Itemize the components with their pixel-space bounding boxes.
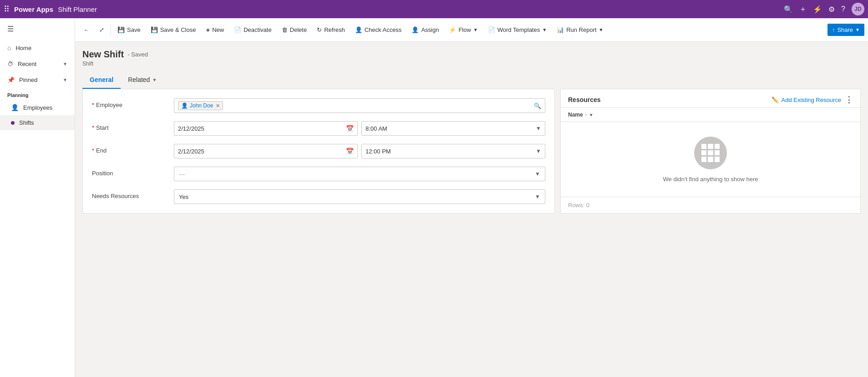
- filter-icon[interactable]: ⚡: [813, 5, 822, 14]
- end-datetime-row: 2/12/2025 📅 12:00 PM ▼: [174, 144, 545, 158]
- word-templates-icon: 📄: [488, 26, 495, 33]
- resources-card: Resources ✏️ Add Existing Resource ⋮ Nam…: [560, 89, 861, 214]
- end-time-input[interactable]: 12:00 PM ▼: [361, 144, 545, 158]
- end-date-input[interactable]: 2/12/2025 📅: [174, 144, 358, 158]
- end-time-chevron-icon[interactable]: ▼: [536, 148, 541, 154]
- settings-icon[interactable]: ⚙: [828, 5, 835, 14]
- flow-label: Flow: [458, 26, 471, 33]
- end-row: * End 2/12/2025 📅 12:00 PM: [92, 144, 545, 158]
- save-icon: 💾: [117, 26, 125, 33]
- deactivate-button[interactable]: 📄 Deactivate: [229, 24, 276, 36]
- sort-desc-icon[interactable]: ▼: [589, 112, 594, 117]
- share-button[interactable]: ↑ Share ▼: [827, 24, 864, 36]
- resources-actions: ✏️ Add Existing Resource ⋮: [772, 96, 853, 104]
- record-title-text: New Shift: [82, 49, 124, 60]
- sidebar-item-shifts[interactable]: Shifts: [0, 115, 75, 130]
- check-access-button[interactable]: 👤 Check Access: [350, 24, 406, 36]
- start-calendar-icon[interactable]: 📅: [346, 125, 354, 132]
- waffle-icon[interactable]: ⠿: [4, 4, 10, 14]
- delete-button[interactable]: 🗑 Delete: [277, 24, 312, 36]
- flow-button[interactable]: ⚡ Flow ▼: [444, 24, 482, 36]
- employee-input[interactable]: 👤 John Doe ✕ 🔍: [174, 98, 545, 113]
- main-layout: ☰ ⌂ Home ⏱ Recent ▼ 📌 Pinned ▼ Planning …: [0, 18, 868, 377]
- resources-table-header: Name ↑ ▼: [561, 108, 860, 122]
- toolbar: ← ⤢ 💾 Save 💾 Save & Close + New 📄 Deacti…: [75, 18, 868, 42]
- flow-icon: ⚡: [449, 26, 456, 33]
- end-calendar-icon[interactable]: 📅: [346, 148, 354, 155]
- start-time-input[interactable]: 8:00 AM ▼: [361, 121, 545, 136]
- pinned-icon: 📌: [7, 76, 15, 83]
- new-button[interactable]: + New: [201, 23, 228, 36]
- sidebar-item-recent[interactable]: ⏱ Recent ▼: [0, 56, 75, 72]
- share-chevron-icon: ▼: [855, 27, 860, 32]
- shifts-dot-icon: [11, 121, 15, 125]
- save-button[interactable]: 💾 Save: [113, 24, 145, 36]
- back-icon: ←: [83, 26, 89, 33]
- word-templates-chevron-icon: ▼: [542, 27, 547, 32]
- needs-resources-dropdown[interactable]: Yes ▼: [174, 189, 545, 204]
- word-templates-label: Word Templates: [497, 26, 540, 33]
- grid-cell-4: [701, 150, 706, 155]
- assign-button[interactable]: 👤 Assign: [407, 24, 443, 36]
- tab-related[interactable]: Related ▼: [121, 71, 164, 89]
- record-saved-status: - Saved: [127, 51, 148, 58]
- needs-resources-row: Needs Resources Yes ▼: [92, 189, 545, 204]
- add-icon[interactable]: ＋: [799, 5, 807, 14]
- needs-resources-field: Yes ▼: [174, 189, 545, 204]
- position-dropdown[interactable]: --- ▼: [174, 167, 545, 181]
- help-icon[interactable]: ?: [841, 5, 845, 13]
- home-icon: ⌂: [7, 44, 11, 51]
- expand-button[interactable]: ⤢: [95, 24, 109, 36]
- start-field: 2/12/2025 📅 8:00 AM ▼: [174, 121, 545, 136]
- save-close-button[interactable]: 💾 Save & Close: [146, 24, 201, 36]
- empty-message: We didn't find anything to show here: [663, 176, 758, 183]
- position-value: ---: [179, 171, 185, 178]
- sidebar-recent-label: Recent: [18, 61, 36, 67]
- employee-search-icon[interactable]: 🔍: [534, 102, 541, 109]
- start-date-value: 2/12/2025: [178, 125, 343, 132]
- sidebar-item-pinned[interactable]: 📌 Pinned ▼: [0, 72, 75, 88]
- hamburger-menu[interactable]: ☰: [0, 18, 75, 40]
- deactivate-label: Deactivate: [244, 26, 271, 33]
- delete-icon: 🗑: [282, 26, 288, 33]
- refresh-button[interactable]: ↻ Refresh: [312, 24, 350, 36]
- employee-label: * Employee: [92, 98, 165, 108]
- employee-value: John Doe: [190, 102, 213, 109]
- start-date-input[interactable]: 2/12/2025 📅: [174, 121, 358, 136]
- empty-grid: [701, 144, 720, 162]
- recent-chevron-icon: ▼: [63, 61, 67, 66]
- share-label: Share: [837, 26, 853, 33]
- word-templates-button[interactable]: 📄 Word Templates ▼: [483, 24, 551, 36]
- sidebar-home-label: Home: [15, 45, 31, 51]
- search-icon[interactable]: 🔍: [784, 5, 793, 14]
- start-time-chevron-icon[interactable]: ▼: [536, 125, 541, 132]
- sort-asc-icon[interactable]: ↑: [585, 112, 587, 117]
- sidebar-item-employees[interactable]: 👤 Employees: [0, 100, 75, 115]
- page-content: New Shift - Saved Shift General Related …: [75, 42, 868, 377]
- employees-icon: 👤: [11, 104, 19, 111]
- delete-label: Delete: [290, 26, 307, 33]
- needs-resources-value: Yes: [179, 194, 188, 200]
- add-resource-label: Add Existing Resource: [781, 97, 841, 103]
- sidebar-pinned-label: Pinned: [19, 76, 37, 83]
- employee-field: 👤 John Doe ✕ 🔍: [174, 98, 545, 113]
- record-title: New Shift - Saved: [82, 49, 861, 60]
- end-date-value: 2/12/2025: [178, 148, 343, 155]
- resources-title: Resources: [568, 96, 601, 103]
- back-button[interactable]: ←: [79, 24, 94, 36]
- run-report-button[interactable]: 📊 Run Report ▼: [552, 24, 608, 36]
- flow-chevron-icon: ▼: [473, 27, 478, 32]
- resources-more-button[interactable]: ⋮: [845, 96, 853, 104]
- employee-remove-icon[interactable]: ✕: [216, 103, 220, 109]
- content-area: ← ⤢ 💾 Save 💾 Save & Close + New 📄 Deacti…: [75, 18, 868, 377]
- sidebar-item-home[interactable]: ⌂ Home: [0, 40, 75, 56]
- add-existing-resource-button[interactable]: ✏️ Add Existing Resource: [772, 97, 841, 103]
- avatar[interactable]: JD: [852, 3, 864, 15]
- form-card: * Employee 👤 John Doe ✕ 🔍: [82, 89, 555, 214]
- end-required-star: *: [92, 147, 94, 154]
- tab-general-label: General: [90, 76, 113, 83]
- save-close-label: Save & Close: [160, 26, 196, 33]
- position-label: Position: [92, 167, 165, 177]
- tabs: General Related ▼: [82, 71, 861, 89]
- tab-general[interactable]: General: [82, 71, 121, 89]
